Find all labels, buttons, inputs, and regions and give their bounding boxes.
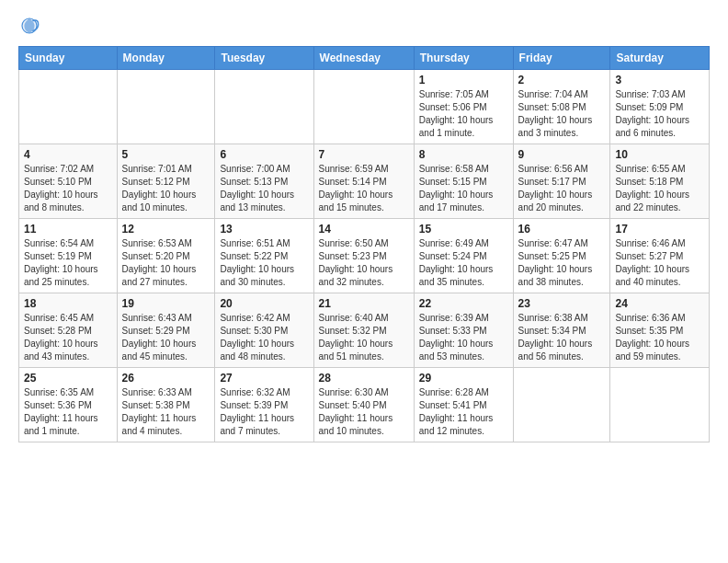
calendar-cell — [513, 368, 610, 442]
day-info: Sunrise: 6:33 AM Sunset: 5:38 PM Dayligh… — [122, 386, 210, 438]
day-number: 5 — [122, 148, 210, 161]
day-info: Sunrise: 6:49 AM Sunset: 5:24 PM Dayligh… — [419, 237, 508, 289]
day-number: 3 — [615, 74, 704, 86]
calendar-cell: 22Sunrise: 6:39 AM Sunset: 5:33 PM Dayli… — [414, 293, 513, 368]
day-info: Sunrise: 6:42 AM Sunset: 5:30 PM Dayligh… — [220, 312, 308, 363]
page: SundayMondayTuesdayWednesdayThursdayFrid… — [0, 0, 728, 452]
day-number: 19 — [122, 297, 210, 310]
day-number: 17 — [615, 223, 704, 236]
day-number: 10 — [615, 148, 704, 161]
calendar-cell: 7Sunrise: 6:59 AM Sunset: 5:14 PM Daylig… — [313, 144, 414, 219]
day-number: 21 — [319, 297, 409, 310]
day-info: Sunrise: 6:53 AM Sunset: 5:20 PM Dayligh… — [122, 237, 210, 289]
calendar-cell: 28Sunrise: 6:30 AM Sunset: 5:40 PM Dayli… — [313, 368, 414, 442]
day-number: 11 — [24, 223, 112, 236]
calendar-cell: 1Sunrise: 7:05 AM Sunset: 5:06 PM Daylig… — [414, 70, 513, 144]
calendar-cell: 25Sunrise: 6:35 AM Sunset: 5:36 PM Dayli… — [19, 368, 118, 442]
day-number: 23 — [518, 297, 606, 310]
day-info: Sunrise: 7:01 AM Sunset: 5:12 PM Dayligh… — [122, 163, 210, 214]
day-info: Sunrise: 6:59 AM Sunset: 5:14 PM Dayligh… — [319, 163, 409, 214]
calendar-cell: 12Sunrise: 6:53 AM Sunset: 5:20 PM Dayli… — [117, 219, 215, 293]
day-info: Sunrise: 7:04 AM Sunset: 5:08 PM Dayligh… — [518, 88, 606, 140]
day-info: Sunrise: 6:36 AM Sunset: 5:35 PM Dayligh… — [615, 312, 704, 363]
day-number: 28 — [319, 372, 409, 385]
calendar-header-tuesday: Tuesday — [215, 47, 313, 70]
day-number: 9 — [518, 148, 606, 161]
calendar-header-monday: Monday — [117, 47, 215, 70]
day-info: Sunrise: 6:28 AM Sunset: 5:41 PM Dayligh… — [419, 386, 508, 438]
day-number: 4 — [24, 148, 112, 161]
day-number: 22 — [419, 297, 508, 310]
day-info: Sunrise: 6:51 AM Sunset: 5:22 PM Dayligh… — [220, 237, 308, 289]
calendar-header-friday: Friday — [513, 47, 610, 70]
calendar-cell: 14Sunrise: 6:50 AM Sunset: 5:23 PM Dayli… — [313, 219, 414, 293]
calendar-cell — [215, 70, 313, 144]
calendar-cell — [117, 70, 215, 144]
day-info: Sunrise: 6:47 AM Sunset: 5:25 PM Dayligh… — [518, 237, 606, 289]
day-info: Sunrise: 7:02 AM Sunset: 5:10 PM Dayligh… — [24, 163, 112, 214]
calendar-cell: 16Sunrise: 6:47 AM Sunset: 5:25 PM Dayli… — [513, 219, 610, 293]
calendar-cell: 20Sunrise: 6:42 AM Sunset: 5:30 PM Dayli… — [215, 293, 313, 368]
calendar-cell: 5Sunrise: 7:01 AM Sunset: 5:12 PM Daylig… — [117, 144, 215, 219]
day-info: Sunrise: 7:05 AM Sunset: 5:06 PM Dayligh… — [419, 88, 508, 140]
day-info: Sunrise: 6:43 AM Sunset: 5:29 PM Dayligh… — [122, 312, 210, 363]
calendar-cell: 23Sunrise: 6:38 AM Sunset: 5:34 PM Dayli… — [513, 293, 610, 368]
day-info: Sunrise: 6:58 AM Sunset: 5:15 PM Dayligh… — [419, 163, 508, 214]
header — [18, 15, 710, 37]
day-info: Sunrise: 7:00 AM Sunset: 5:13 PM Dayligh… — [220, 163, 308, 214]
calendar-header-row: SundayMondayTuesdayWednesdayThursdayFrid… — [19, 47, 710, 70]
calendar-header-saturday: Saturday — [610, 47, 710, 70]
calendar-cell: 29Sunrise: 6:28 AM Sunset: 5:41 PM Dayli… — [414, 368, 513, 442]
day-number: 2 — [518, 74, 606, 86]
day-info: Sunrise: 6:32 AM Sunset: 5:39 PM Dayligh… — [220, 386, 308, 438]
day-info: Sunrise: 6:39 AM Sunset: 5:33 PM Dayligh… — [419, 312, 508, 363]
day-number: 20 — [220, 297, 308, 310]
calendar-cell: 24Sunrise: 6:36 AM Sunset: 5:35 PM Dayli… — [610, 293, 710, 368]
day-number: 27 — [220, 372, 308, 385]
day-number: 13 — [220, 223, 308, 236]
day-number: 24 — [615, 297, 704, 310]
day-info: Sunrise: 6:55 AM Sunset: 5:18 PM Dayligh… — [615, 163, 704, 214]
day-info: Sunrise: 6:50 AM Sunset: 5:23 PM Dayligh… — [319, 237, 409, 289]
calendar-cell: 19Sunrise: 6:43 AM Sunset: 5:29 PM Dayli… — [117, 293, 215, 368]
day-number: 16 — [518, 223, 606, 236]
calendar-cell — [313, 70, 414, 144]
calendar-cell: 27Sunrise: 6:32 AM Sunset: 5:39 PM Dayli… — [215, 368, 313, 442]
calendar-cell: 2Sunrise: 7:04 AM Sunset: 5:08 PM Daylig… — [513, 70, 610, 144]
calendar-header-sunday: Sunday — [19, 47, 118, 70]
calendar-cell: 21Sunrise: 6:40 AM Sunset: 5:32 PM Dayli… — [313, 293, 414, 368]
day-number: 18 — [24, 297, 112, 310]
day-number: 14 — [319, 223, 409, 236]
day-number: 12 — [122, 223, 210, 236]
day-info: Sunrise: 6:38 AM Sunset: 5:34 PM Dayligh… — [518, 312, 606, 363]
calendar-cell: 4Sunrise: 7:02 AM Sunset: 5:10 PM Daylig… — [19, 144, 118, 219]
day-number: 29 — [419, 372, 508, 385]
calendar-cell: 10Sunrise: 6:55 AM Sunset: 5:18 PM Dayli… — [610, 144, 710, 219]
day-info: Sunrise: 6:40 AM Sunset: 5:32 PM Dayligh… — [319, 312, 409, 363]
logo-area — [18, 15, 44, 37]
day-info: Sunrise: 6:45 AM Sunset: 5:28 PM Dayligh… — [24, 312, 112, 363]
calendar-cell: 15Sunrise: 6:49 AM Sunset: 5:24 PM Dayli… — [414, 219, 513, 293]
calendar-week-2: 4Sunrise: 7:02 AM Sunset: 5:10 PM Daylig… — [19, 144, 710, 219]
day-info: Sunrise: 6:46 AM Sunset: 5:27 PM Dayligh… — [615, 237, 704, 289]
day-info: Sunrise: 6:56 AM Sunset: 5:17 PM Dayligh… — [518, 163, 606, 214]
calendar-cell: 26Sunrise: 6:33 AM Sunset: 5:38 PM Dayli… — [117, 368, 215, 442]
calendar-cell: 3Sunrise: 7:03 AM Sunset: 5:09 PM Daylig… — [610, 70, 710, 144]
calendar-cell — [610, 368, 710, 442]
day-info: Sunrise: 6:30 AM Sunset: 5:40 PM Dayligh… — [319, 386, 409, 438]
calendar-week-1: 1Sunrise: 7:05 AM Sunset: 5:06 PM Daylig… — [19, 70, 710, 144]
day-number: 26 — [122, 372, 210, 385]
calendar-cell: 18Sunrise: 6:45 AM Sunset: 5:28 PM Dayli… — [19, 293, 118, 368]
day-number: 7 — [319, 148, 409, 161]
calendar-cell: 13Sunrise: 6:51 AM Sunset: 5:22 PM Dayli… — [215, 219, 313, 293]
day-number: 8 — [419, 148, 508, 161]
day-info: Sunrise: 6:35 AM Sunset: 5:36 PM Dayligh… — [24, 386, 112, 438]
logo-icon — [18, 15, 40, 37]
calendar-cell — [19, 70, 118, 144]
day-number: 1 — [419, 74, 508, 86]
day-number: 15 — [419, 223, 508, 236]
calendar-week-3: 11Sunrise: 6:54 AM Sunset: 5:19 PM Dayli… — [19, 219, 710, 293]
calendar: SundayMondayTuesdayWednesdayThursdayFrid… — [18, 46, 710, 442]
day-number: 6 — [220, 148, 308, 161]
calendar-week-5: 25Sunrise: 6:35 AM Sunset: 5:36 PM Dayli… — [19, 368, 710, 442]
